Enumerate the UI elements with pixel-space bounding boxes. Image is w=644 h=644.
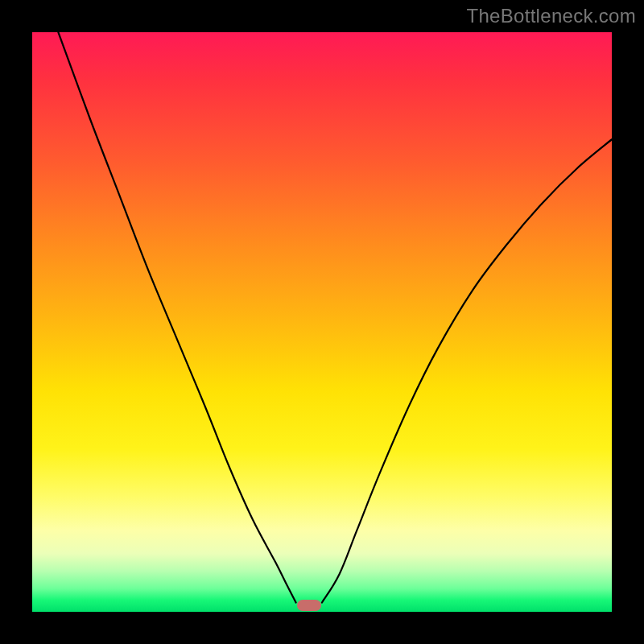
curve-right-branch: [322, 139, 612, 602]
plot-area: [32, 32, 612, 612]
curve-left-branch: [58, 32, 295, 602]
chart-frame: TheBottleneck.com: [0, 0, 644, 644]
optimal-marker: [297, 600, 321, 611]
watermark-text: TheBottleneck.com: [466, 5, 636, 27]
bottleneck-curve: [32, 32, 612, 612]
